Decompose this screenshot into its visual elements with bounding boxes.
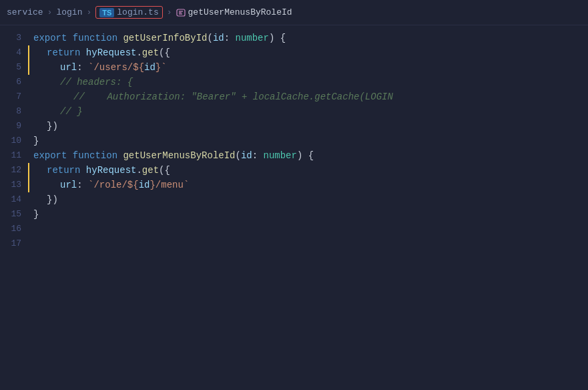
code-line: export function getUserMenusByRoleId(id:… [28,148,588,163]
token-template: `/users/${ [88,60,144,75]
token-plain [80,45,85,60]
code-line: // Authorization: "Bearer" + localCache.… [28,89,588,104]
code-line: return hyRequest.get({ [28,163,588,178]
token-plain [117,31,123,45]
line-number: 10 [0,134,28,148]
token-plain: ({ [159,45,170,60]
code-line: // headers: { [28,75,588,89]
code-line: return hyRequest.get({ [28,45,588,60]
token-plain: ) { [269,31,286,45]
token-template: }/menu` [150,178,189,192]
token-kw: return [47,45,80,60]
line-number: 5 [0,60,28,75]
token-fn: get [142,163,159,178]
code-line: }) [28,192,588,207]
symbol-icon [176,8,186,17]
breadcrumb-sep-1: › [47,7,53,17]
line-number: 15 [0,207,28,222]
code-line: url: `/users/${id}` [28,60,588,75]
line-number: 3 [0,31,28,45]
breadcrumb-login[interactable]: login [56,7,82,17]
token-kw: function [73,31,117,45]
token-plain: : [252,148,264,163]
line-number: 14 [0,192,28,207]
token-plain: ( [235,148,240,163]
token-kw: return [47,163,80,178]
token-template: `/role/${ [88,178,139,192]
breadcrumb-sep-2: › [86,7,91,17]
token-plain: } [33,134,39,148]
token-plain: . [136,163,141,178]
token-fn: getUserInfoById [123,31,207,45]
code-line: url: `/role/${id}/menu` [28,178,588,192]
line-number: 4 [0,45,28,60]
breadcrumb-login-ts-label: login.ts [117,7,158,17]
breadcrumb-service-label: service [7,7,43,17]
token-fn: get [142,45,159,60]
token-plain: ( [207,31,212,45]
token-prop: url [60,178,77,192]
token-fn: getUserMenusByRoleId [123,148,235,163]
breadcrumb-sep-3: › [167,7,172,17]
token-tpl-expr: id [139,178,150,192]
token-param: id [213,31,224,45]
token-prop: hyRequest [86,45,137,60]
token-plain: ({ [159,163,170,178]
token-template: }` [156,60,167,75]
token-plain: : [224,31,236,45]
token-plain: } [33,207,39,222]
line-number: 16 [0,222,28,236]
code-line: export function getUserInfoById(id: numb… [28,31,588,45]
line-number: 11 [0,148,28,163]
token-type: number [236,31,269,45]
line-number: 6 [0,75,28,89]
line-number: 7 [0,89,28,104]
token-plain: ) { [297,148,314,163]
token-tpl-expr: id [144,60,156,75]
breadcrumb-service[interactable]: service [7,7,43,17]
token-plain [67,31,72,45]
token-comment: // Authorization: "Bearer" + localCache.… [73,89,393,104]
token-plain: : [77,60,88,75]
token-prop: url [60,60,77,75]
breadcrumb-login-ts[interactable]: TS login.ts [95,6,162,19]
token-comment: // headers: { [60,75,133,89]
line-number: 8 [0,104,28,119]
line-number: 17 [0,236,28,251]
breadcrumb-symbol-label: getUserMenusByRoleId [188,7,292,17]
token-type: number [264,148,297,163]
breadcrumb-login-label: login [56,7,82,17]
token-kw: export [33,31,67,45]
token-plain: }) [47,119,58,134]
token-plain [117,148,123,163]
code-line: }) [28,119,588,134]
token-plain: : [77,178,88,192]
token-kw: export [33,148,67,163]
code-content: export function getUserInfoById(id: numb… [28,25,588,390]
line-number: 12 [0,163,28,178]
token-comment: // } [60,104,83,119]
code-line: // } [28,104,588,119]
token-kw: function [73,148,117,163]
token-plain: }) [47,192,58,207]
code-area: 34567891011121314151617 export function … [0,25,588,390]
breadcrumb-symbol[interactable]: getUserMenusByRoleId [176,7,292,17]
token-plain: . [136,45,141,60]
token-plain [67,148,72,163]
line-numbers: 34567891011121314151617 [0,25,28,390]
token-plain [80,163,85,178]
line-number: 13 [0,178,28,192]
breadcrumb-bar: service › login › TS login.ts › getUserM… [0,0,588,25]
token-prop: hyRequest [86,163,137,178]
line-number: 9 [0,119,28,134]
ts-badge: TS [99,8,114,17]
token-param: id [241,148,252,163]
code-line: } [28,134,588,148]
code-line: } [28,207,588,222]
